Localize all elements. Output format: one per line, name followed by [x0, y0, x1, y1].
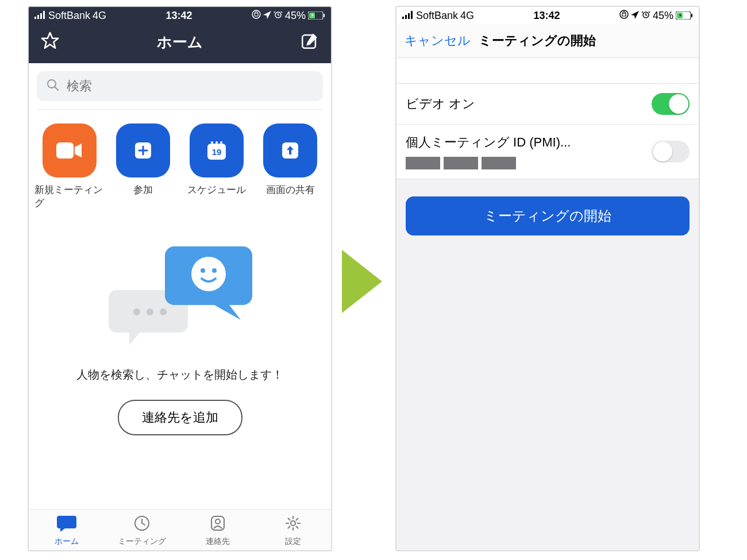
location-icon: [263, 10, 271, 22]
svg-rect-40: [691, 14, 692, 17]
alarm-icon: [641, 10, 650, 22]
search-bar[interactable]: [37, 71, 323, 101]
action-grid: 新規ミーティング 参加 19 スケジュール 画面の共有: [29, 110, 331, 215]
video-on-toggle[interactable]: [652, 93, 690, 115]
location-icon: [631, 10, 639, 22]
network-label: 4G: [93, 10, 106, 22]
setting-label: ビデオ オン: [406, 95, 475, 113]
schedule-button[interactable]: 19 スケジュール: [182, 123, 252, 210]
tab-label: ミーティング: [118, 536, 166, 547]
svg-point-24: [160, 308, 167, 315]
person-icon: [209, 515, 226, 534]
plus-icon: [116, 123, 170, 177]
carrier-label: SoftBank: [48, 10, 90, 22]
search-icon: [46, 78, 60, 94]
new-meeting-button[interactable]: 新規ミーティング: [34, 123, 105, 210]
add-contact-button[interactable]: 連絡先を追加: [118, 400, 242, 435]
cancel-button[interactable]: キャンセル: [405, 32, 471, 49]
page-title: ホーム: [157, 32, 203, 52]
tab-settings[interactable]: 設定: [256, 515, 332, 547]
svg-rect-8: [324, 14, 325, 17]
calendar-icon: 19: [190, 123, 244, 177]
svg-point-25: [191, 257, 226, 291]
svg-rect-0: [34, 17, 36, 19]
tab-label: 連絡先: [206, 536, 230, 547]
modal-title: ミーティングの開始: [479, 32, 596, 49]
pmi-row: 個人ミーティング ID (PMI)...: [396, 125, 699, 179]
battery-icon: [676, 11, 693, 20]
search-input[interactable]: [67, 79, 314, 94]
gear-icon: [284, 515, 302, 534]
svg-rect-2: [40, 13, 42, 19]
svg-text:19: 19: [212, 147, 222, 157]
tab-contacts[interactable]: 連絡先: [180, 515, 256, 547]
chat-bubbles-illustration: [105, 238, 255, 353]
svg-point-18: [215, 141, 218, 144]
svg-point-31: [291, 521, 295, 526]
chat-bubble-icon: [57, 515, 76, 534]
phone-home-screen: SoftBank 4G 13:42 45% ホーム: [28, 6, 332, 551]
svg-point-19: [220, 141, 222, 144]
chat-empty-prompt: 人物を検索し、チャットを開始します！: [76, 367, 283, 383]
modal-content: ビデオ オン 個人ミーティング ID (PMI)...: [396, 83, 699, 551]
orientation-lock-icon: [619, 10, 629, 22]
pmi-redacted: [406, 157, 652, 169]
svg-rect-35: [411, 11, 413, 19]
status-bar: SoftBank 4G 13:42 45%: [29, 7, 331, 24]
svg-rect-34: [408, 13, 410, 19]
status-bar: SoftBank 4G 13:42 45%: [396, 7, 699, 24]
tab-label: ホーム: [55, 536, 79, 547]
upload-arrow-icon: [263, 123, 317, 177]
alarm-icon: [274, 10, 283, 22]
carrier-label: SoftBank: [416, 10, 458, 22]
action-label: 画面の共有: [266, 183, 315, 196]
video-on-row: ビデオ オン: [396, 84, 699, 125]
battery-percent: 45%: [285, 10, 306, 22]
home-header: ホーム: [29, 24, 331, 63]
signal-icon: [402, 10, 414, 22]
svg-rect-12: [56, 142, 74, 159]
tab-label: 設定: [285, 536, 301, 547]
phone-start-meeting-screen: SoftBank 4G 13:42 45% キャンセル ミーティングの開始: [395, 6, 700, 551]
svg-point-26: [201, 268, 205, 273]
clock: 13:42: [165, 10, 192, 22]
action-label: 新規ミーティング: [34, 183, 105, 210]
tab-meetings[interactable]: ミーティング: [105, 515, 180, 547]
search-container: [29, 63, 331, 110]
share-screen-button[interactable]: 画面の共有: [255, 123, 325, 210]
video-camera-icon: [43, 123, 97, 177]
action-label: スケジュール: [187, 183, 246, 196]
svg-point-30: [215, 519, 220, 524]
svg-rect-1: [37, 15, 39, 19]
network-label: 4G: [460, 10, 474, 22]
start-meeting-button[interactable]: ミーティングの開始: [406, 196, 690, 235]
battery-icon: [308, 11, 325, 20]
clock: 13:42: [533, 10, 560, 22]
compose-icon[interactable]: [300, 31, 319, 53]
join-button[interactable]: 参加: [108, 123, 178, 210]
signal-icon: [34, 10, 46, 22]
clock-icon: [133, 515, 151, 534]
favorites-icon[interactable]: [40, 31, 60, 53]
settings-section: ビデオ オン 個人ミーティング ID (PMI)...: [396, 83, 699, 179]
svg-rect-33: [405, 15, 407, 19]
tab-bar: ホーム ミーティング 連絡先 設定: [29, 509, 331, 550]
battery-percent: 45%: [653, 10, 673, 22]
svg-line-11: [55, 87, 58, 90]
svg-point-27: [212, 268, 217, 273]
svg-point-23: [147, 308, 153, 315]
setting-label: 個人ミーティング ID (PMI)...: [406, 134, 652, 151]
modal-header: キャンセル ミーティングの開始: [396, 24, 699, 58]
action-label: 参加: [133, 183, 153, 196]
pmi-toggle[interactable]: [652, 141, 690, 163]
svg-rect-3: [43, 11, 45, 19]
orientation-lock-icon: [252, 10, 261, 22]
chat-empty-state: 人物を検索し、チャットを開始します！ 連絡先を追加: [29, 215, 331, 447]
tab-home[interactable]: ホーム: [29, 515, 105, 547]
svg-point-17: [211, 141, 213, 144]
svg-point-22: [133, 308, 140, 315]
transition-arrow-icon: [339, 247, 385, 318]
svg-rect-32: [402, 17, 404, 19]
